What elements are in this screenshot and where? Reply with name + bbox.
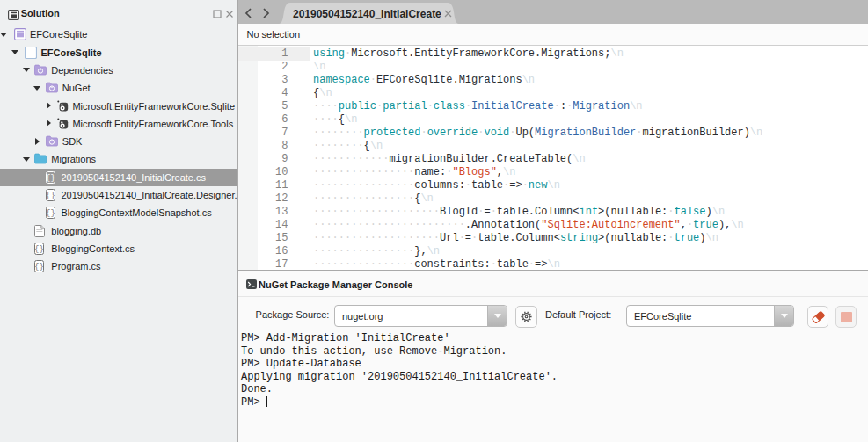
svg-text:{}: {} [46,174,55,183]
svg-text:{}: {} [46,209,55,218]
svg-text:{}: {} [34,263,44,272]
svg-text:{}: {} [34,245,44,254]
svg-text:{}: {} [46,192,55,200]
